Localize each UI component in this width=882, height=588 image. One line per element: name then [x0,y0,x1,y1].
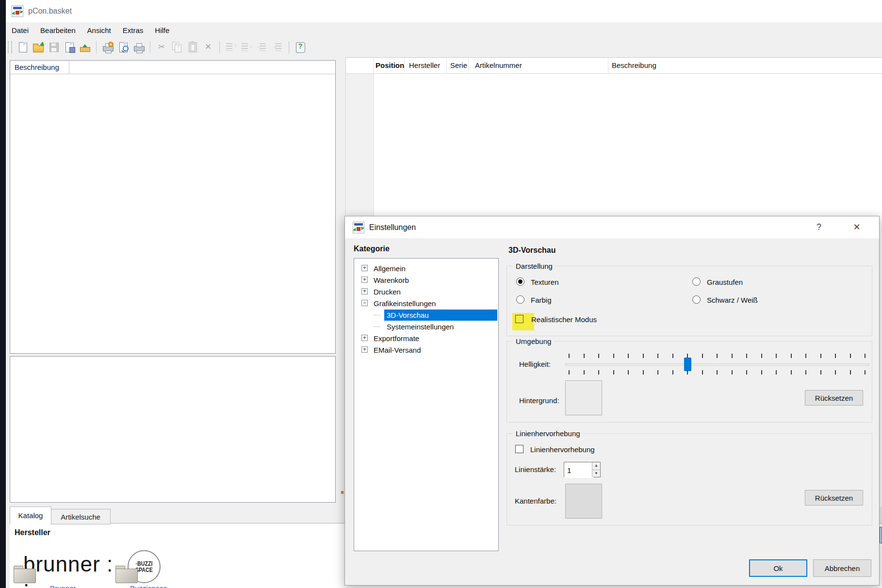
slider-tick [628,370,629,375]
tab-artikelsuche[interactable]: Artikelsuche [50,509,111,524]
expand-icon[interactable]: + [361,346,368,353]
toolbar-grip[interactable] [8,41,12,53]
open-file-icon[interactable] [32,41,45,53]
move-down-icon[interactable]: ↓ [240,41,253,53]
catalog-item-buzzispace-label[interactable]: Buzzispace [130,584,167,588]
new-document-icon[interactable] [16,41,29,53]
menu-datei[interactable]: Datei [6,24,34,37]
radio-graustufen-label[interactable]: Graustufen [707,278,743,286]
save-as-icon[interactable] [63,41,76,53]
tree-item-allgemein[interactable]: + Allgemein [361,262,492,274]
radio-schwarz-weiss-label[interactable]: Schwarz / Weiß [707,296,758,304]
description-column-header[interactable]: Beschreibung [10,61,69,74]
hintergrund-color-swatch[interactable] [565,380,602,415]
menu-bearbeiten[interactable]: Bearbeiten [34,24,82,37]
dialog-title: Einstellungen [369,223,416,232]
print-setup-icon[interactable] [101,41,114,53]
radio-schwarz-weiss[interactable] [692,295,701,304]
column-header-beschreibung[interactable]: Beschreibung [608,58,882,73]
move-up-icon[interactable]: ↑ [225,41,237,53]
delete-icon[interactable]: ✕ [202,41,214,53]
checkbox-linienhervorhebung-label[interactable]: Linienhervorhebung [530,445,595,454]
slider-tick [628,354,629,358]
outdent-icon[interactable]: ← [256,41,268,53]
menu-hilfe[interactable]: Hilfe [149,24,175,37]
slider-tick [820,354,821,358]
category-label: Kategorie [354,245,390,253]
radio-graustufen[interactable] [692,278,701,286]
table-header-margin [346,58,374,73]
import-icon[interactable] [79,41,91,53]
linienstaerke-input[interactable] [564,462,593,478]
column-header-hersteller[interactable]: Hersteller [405,58,447,73]
checkbox-realistischer-modus-label[interactable]: Realistischer Modus [531,315,597,324]
checkbox-realistischer-modus[interactable] [515,315,523,323]
slider-tick [732,370,733,375]
print-icon[interactable] [132,41,145,53]
tree-item-grafikeinstellungen[interactable]: − Grafikeinstellungen [361,297,492,309]
slider-tick [613,370,614,375]
slider-tick [598,354,599,358]
slider-tick [805,370,806,375]
slider-tick [702,370,703,375]
column-header-position[interactable]: Position [374,58,405,73]
menu-ansicht[interactable]: Ansicht [82,24,117,37]
checkbox-linienhervorhebung[interactable] [515,445,523,453]
linien-reset-button[interactable]: Rücksetzen [805,490,863,506]
tab-katalog[interactable]: Katalog [10,506,51,524]
column-header-artikelnummer[interactable]: Artikelnummer [469,58,608,73]
copy-icon[interactable] [171,41,183,53]
expand-icon[interactable]: + [361,288,368,294]
darstellung-group: Darstellung Texturen Graustufen Farbig S… [506,266,872,336]
expand-icon[interactable]: + [361,277,368,283]
detail-panel [10,356,336,503]
dialog-close-button[interactable]: ✕ [843,216,870,238]
radio-texturen[interactable] [516,278,524,286]
ok-button[interactable]: Ok [749,559,807,577]
expand-icon[interactable]: + [361,265,368,271]
radio-texturen-label[interactable]: Texturen [531,278,559,286]
expand-icon[interactable]: + [361,335,368,341]
spinner-up-icon[interactable]: ▲ [592,462,600,470]
collapse-icon[interactable]: − [361,300,368,306]
spinner-down-icon[interactable]: ▼ [592,470,600,477]
slider-tick [835,354,836,358]
catalog-item-brunner[interactable]: brunner : : Brunner [14,548,120,588]
tree-item-email-versand[interactable]: + EMail-Versand [361,344,492,356]
tree-item-3d-vorschau[interactable]: 3D-Vorschau [374,309,492,321]
kantenfarbe-color-swatch[interactable] [565,484,602,519]
slider-tick [761,354,762,358]
toolbar-separator [150,41,150,53]
help-icon[interactable]: ? [294,41,307,53]
helligkeit-slider-thumb[interactable] [684,358,691,371]
folder-icon [115,566,138,583]
dialog-help-button[interactable]: ? [805,216,833,238]
slider-tick [761,370,762,375]
row-margin-strip [346,74,374,216]
indent-icon[interactable]: → [271,41,284,53]
radio-farbig-label[interactable]: Farbig [531,296,552,304]
background-window-edge [0,0,6,588]
print-preview-icon[interactable] [117,41,130,53]
tree-item-exportformate[interactable]: + Exportformate [361,332,492,344]
column-header-serie[interactable]: Serie [447,58,469,73]
tree-item-systemeinstellungen[interactable]: Systemeinstellungen [374,321,492,332]
radio-farbig[interactable] [516,295,524,304]
slider-tick [584,354,585,358]
cancel-button[interactable]: Abbrechen [813,559,871,577]
linienstaerke-spinner[interactable]: ▲ ▼ [564,462,601,477]
umgebung-reset-button[interactable]: Rücksetzen [805,390,863,406]
cut-icon[interactable]: ✂ [155,41,168,53]
helligkeit-slider-track[interactable] [565,363,869,366]
save-icon[interactable] [48,41,60,53]
menu-extras[interactable]: Extras [117,24,149,37]
catalog-item-brunner-label[interactable]: Brunner [50,584,76,588]
slider-tick [791,370,792,375]
paste-icon[interactable] [186,41,199,53]
tree-item-warenkorb[interactable]: + Warenkorb [361,274,492,286]
tree-item-drucken[interactable]: + Drucken [361,286,492,297]
catalog-item-buzzispace[interactable]: ·BUZZISPACE Buzzispace [115,548,183,588]
table-header-underline [346,73,882,74]
linienhervorhebung-group: Linienhervorhebung Linienhervorhebung Li… [506,433,872,525]
slider-tick [717,370,718,375]
